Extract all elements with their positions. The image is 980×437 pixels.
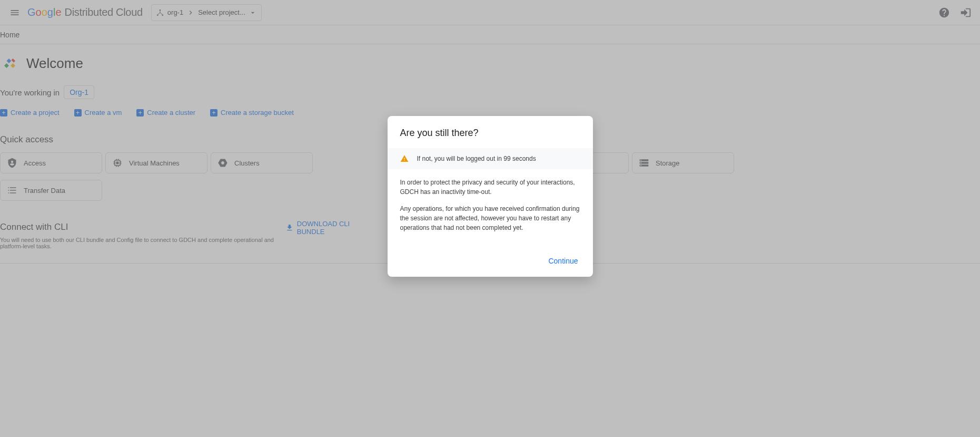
continue-button[interactable]: Continue (543, 253, 583, 264)
warning-icon (400, 154, 409, 163)
dialog-warning-text: If not, you will be logged out in 99 sec… (417, 155, 536, 162)
dialog-warning-bar: If not, you will be logged out in 99 sec… (388, 148, 593, 169)
dialog-para-1: In order to protect the privacy and secu… (400, 178, 580, 197)
inactivity-dialog: Are you still there? If not, you will be… (388, 116, 593, 264)
dialog-para-2: Any operations, for which you have recei… (400, 204, 580, 232)
dialog-body: In order to protect the privacy and secu… (388, 169, 593, 248)
dialog-title: Are you still there? (388, 128, 593, 148)
modal-scrim: Are you still there? If not, you will be… (0, 0, 980, 264)
dialog-actions: Continue (388, 248, 593, 264)
